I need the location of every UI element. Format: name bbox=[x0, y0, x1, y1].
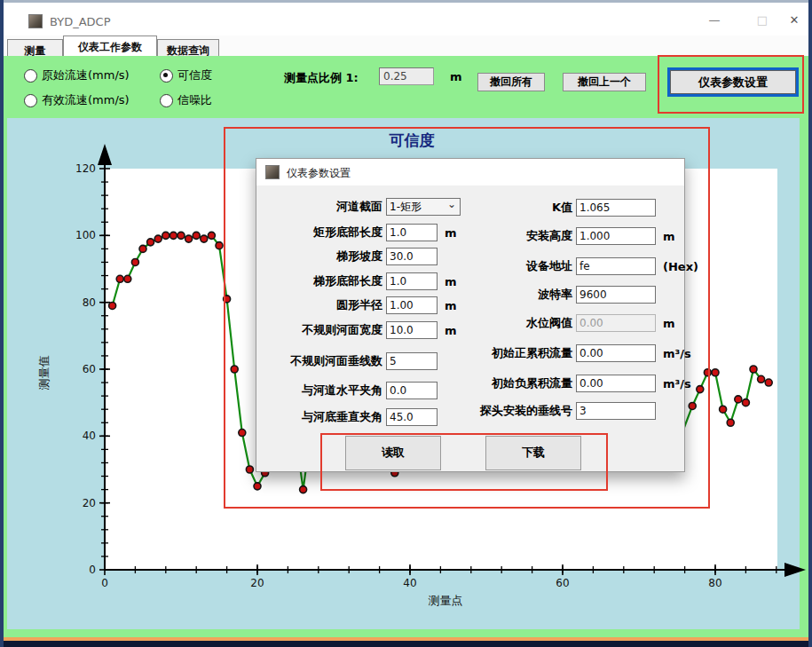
radio-raw-velocity-label: 原始流速(mm/s) bbox=[42, 67, 130, 83]
field-label: 梯形坡度 bbox=[264, 248, 382, 265]
field-unit: m³/s bbox=[663, 345, 691, 363]
probe-vertical-no-input[interactable] bbox=[576, 402, 656, 420]
undo-last-button[interactable]: 撤回上一个 bbox=[563, 73, 646, 91]
window-title: BYD_ADCP bbox=[50, 15, 110, 28]
install-height-input[interactable] bbox=[576, 227, 656, 245]
device-address-input[interactable] bbox=[576, 257, 656, 275]
radio-confidence-label: 可信度 bbox=[177, 67, 212, 83]
title-bar: BYD_ADCP — □ ✕ bbox=[4, 3, 808, 36]
undo-all-button[interactable]: 撤回所有 bbox=[477, 73, 545, 91]
minimize-button[interactable]: — bbox=[701, 13, 728, 29]
tab-strip: 测量 仪表工作参数 数据查询 bbox=[4, 36, 808, 56]
scale-unit: m bbox=[450, 70, 462, 83]
radio-snr-label: 信噪比 bbox=[177, 92, 212, 108]
radio-snr[interactable] bbox=[160, 94, 173, 107]
window-bottom-edge bbox=[0, 641, 812, 647]
read-button[interactable]: 读取 bbox=[345, 436, 441, 470]
tab-instrument-params[interactable]: 仪表工作参数 bbox=[63, 36, 157, 56]
app-window: BYD_ADCP — □ ✕ 测量 仪表工作参数 数据查询 原始流速(mm/s)… bbox=[0, 0, 812, 647]
window-top-edge bbox=[0, 0, 812, 3]
scale-label: 测量点比例 1: bbox=[284, 70, 359, 86]
baud-rate-input[interactable] bbox=[576, 286, 656, 304]
field-unit: m³/s bbox=[663, 375, 691, 393]
radio-raw-velocity[interactable] bbox=[24, 69, 37, 83]
instrument-params-button[interactable]: 仪表参数设置 bbox=[667, 67, 799, 97]
field-label: K值 bbox=[406, 199, 572, 217]
field-unit: m bbox=[663, 228, 675, 246]
radio-effective-velocity[interactable] bbox=[24, 94, 37, 107]
dialog-title-bar[interactable]: 仪表参数设置 ✕ bbox=[256, 159, 684, 185]
field-label: 波特率 bbox=[406, 286, 572, 304]
app-icon bbox=[28, 14, 43, 28]
instrument-params-button-label: 仪表参数设置 bbox=[670, 70, 796, 94]
field-label: 矩形底部长度 bbox=[264, 224, 382, 241]
field-label: 梯形底部长度 bbox=[264, 272, 382, 290]
field-label: 不规则河面垂线数 bbox=[264, 352, 382, 370]
tab-measure[interactable]: 测量 bbox=[7, 39, 63, 56]
field-label: 探头安装的垂线号 bbox=[406, 402, 572, 420]
field-label: 初始负累积流量 bbox=[406, 375, 572, 392]
init-negative-flow-input[interactable] bbox=[576, 375, 656, 392]
field-label: 与河底垂直夹角 bbox=[264, 408, 382, 426]
radio-confidence[interactable] bbox=[160, 69, 173, 83]
water-level-threshold-input bbox=[576, 314, 656, 332]
field-label: 河道截面 bbox=[264, 198, 382, 216]
k-value-input[interactable] bbox=[576, 199, 656, 217]
dialog-icon bbox=[265, 165, 280, 179]
field-label: 与河道水平夹角 bbox=[264, 382, 382, 399]
window-right-edge bbox=[808, 0, 812, 647]
window-left-edge bbox=[0, 0, 4, 647]
toolbar: 原始流速(mm/s) 可信度 有效流速(mm/s) 信噪比 测量点比例 1: m… bbox=[4, 56, 808, 118]
dialog-title: 仪表参数设置 bbox=[287, 166, 351, 181]
init-positive-flow-input[interactable] bbox=[576, 344, 656, 362]
download-button[interactable]: 下载 bbox=[485, 436, 581, 470]
instrument-params-dialog: 仪表参数设置 ✕ 河道截面 1-矩形 ⌄ 矩形底部长度 m 梯形坡度 梯形底部长… bbox=[256, 158, 685, 472]
field-label: 安装高度 bbox=[406, 227, 572, 245]
radio-effective-velocity-label: 有效流速(mm/s) bbox=[42, 92, 130, 108]
field-label: 不规则河面宽度 bbox=[264, 321, 382, 339]
close-button[interactable]: ✕ bbox=[781, 13, 808, 29]
field-label: 设备地址 bbox=[406, 257, 572, 275]
maximize-button[interactable]: □ bbox=[749, 13, 776, 29]
field-label: 水位阀值 bbox=[406, 314, 572, 332]
field-unit: m bbox=[663, 315, 675, 333]
tab-data-query[interactable]: 数据查询 bbox=[157, 39, 219, 56]
field-label: 圆形半径 bbox=[264, 296, 382, 314]
field-unit: (Hex) bbox=[663, 258, 698, 276]
field-label: 初始正累积流量 bbox=[406, 344, 572, 362]
scale-input[interactable] bbox=[379, 67, 434, 85]
